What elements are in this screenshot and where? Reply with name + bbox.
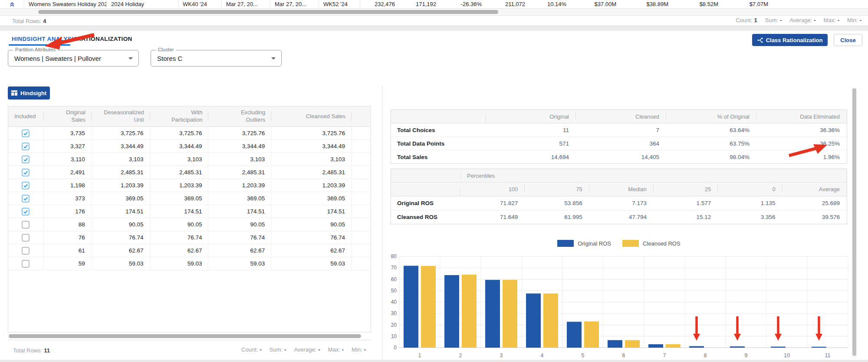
column-header: With Participation: [150, 106, 209, 126]
table-header-row: 10075Median250Average: [391, 183, 847, 196]
ros-bar-chart: 010203040506070801234567891011: [390, 251, 849, 361]
table-cell: 98.04%: [666, 154, 756, 160]
legend-item: Original ROS: [557, 240, 611, 247]
included-checkbox[interactable]: [22, 247, 30, 255]
hindsight-analysis-screen: Womens Sweaters Holiday 2024 2024 Holida…: [0, 0, 868, 362]
table-cell: 15.12: [654, 214, 718, 220]
stat-label: Average:: [789, 17, 812, 23]
y-axis-tick-label: 40: [391, 299, 397, 305]
row-metric-cell: -26.36%: [441, 0, 486, 8]
table-cell: 61.995: [525, 214, 589, 220]
included-checkbox[interactable]: [22, 221, 30, 229]
stat-label: Average:: [294, 346, 316, 353]
top-horizontal-scrollbar[interactable]: [0, 9, 868, 16]
aggregate-stat: Min:-: [847, 17, 861, 23]
column-header: % of Original: [666, 113, 756, 120]
row-metric-cell: 171,192: [399, 0, 441, 8]
table-cell: 62.67: [271, 244, 352, 257]
bar-original-ros: [526, 293, 541, 348]
column-header: Average: [783, 186, 847, 193]
scrollbar-thumb[interactable]: [38, 10, 498, 14]
hindsight-choices-table: IncludedOriginal SalesDeseasonalized Uni…: [8, 106, 371, 332]
row-metric-cell: $8.52M: [673, 0, 723, 8]
included-checkbox[interactable]: [22, 260, 30, 268]
table-cell: 2,485.31: [92, 166, 150, 179]
checkmark-icon: [23, 183, 28, 188]
cluster-select[interactable]: Cluster Stores C: [151, 50, 282, 66]
bar-original-ros: [730, 346, 745, 348]
table-row: 6162.6762.6762.6762.67: [8, 244, 371, 257]
column-header: Cleansed Sales: [271, 106, 352, 126]
stat-value: -: [284, 346, 286, 353]
column-header: Included: [8, 106, 44, 126]
x-axis-tick-label: 11: [825, 352, 831, 359]
close-button[interactable]: Close: [834, 34, 862, 46]
hindsight-button[interactable]: Hindsight: [8, 86, 50, 100]
y-axis-tick-label: 20: [391, 322, 397, 328]
column-header: Excluding Outliers: [208, 106, 271, 126]
row-season-cell: 2024 Holiday: [107, 0, 178, 8]
bar-cleansed-ros: [421, 266, 436, 348]
bar-cleansed-ros: [543, 293, 558, 348]
table-cell: 3,110: [44, 153, 92, 166]
table-cell: 36.36%: [756, 127, 847, 133]
table-cell: 7: [576, 127, 666, 133]
stat-label: Max:: [824, 17, 836, 23]
x-axis-tick-label: 5: [582, 352, 585, 359]
table-cell: 1,203.39: [208, 179, 271, 192]
cluster-value: Stores C: [151, 55, 271, 62]
included-checkbox[interactable]: [22, 156, 30, 163]
table-cell: 61: [44, 244, 92, 257]
table-body: Original ROS71.82753.8567.1731.5771.1352…: [391, 196, 847, 224]
column-header: 0: [718, 186, 782, 193]
partition-attributes-value: Womens | Sweaters | Pullover: [8, 55, 128, 62]
table-cell: [352, 244, 371, 257]
table-cell: 76: [44, 231, 92, 244]
table-cell: 76.74: [208, 231, 271, 244]
table-row: Total Choices11763.64%36.36%: [391, 123, 847, 137]
annotation-arrowhead: [815, 334, 822, 341]
column-header: 25: [654, 186, 718, 193]
aggregate-stat: Count:1: [736, 17, 757, 23]
scrollbar-thumb[interactable]: [9, 334, 361, 338]
included-checkbox[interactable]: [22, 208, 30, 216]
bar-original-ros: [444, 275, 459, 348]
stat-value: -: [342, 346, 344, 353]
table-cell: 3,327: [44, 140, 92, 153]
scrollbar-thumb[interactable]: [852, 88, 856, 356]
dropdown-caret-icon: [128, 57, 133, 60]
included-checkbox[interactable]: [22, 234, 30, 242]
table-cell: 3,725.76: [92, 127, 150, 139]
included-cell: [8, 179, 44, 192]
stat-label: Max:: [328, 346, 340, 353]
bar-cleansed-ros: [503, 280, 517, 348]
bar-original-ros: [608, 340, 622, 348]
included-checkbox[interactable]: [22, 169, 30, 176]
table-cell: 53.856: [525, 200, 589, 206]
class-rationalization-label: Class Rationalization: [766, 37, 823, 43]
right-vertical-scrollbar[interactable]: [852, 87, 857, 358]
included-checkbox[interactable]: [22, 182, 30, 189]
table-cell: 3,725.76: [271, 127, 352, 139]
left-horizontal-scrollbar[interactable]: [8, 333, 371, 339]
table-cell: 7.173: [589, 200, 654, 206]
collapse-row-button[interactable]: [0, 0, 24, 8]
table-cell: 59.03: [208, 257, 271, 270]
class-rationalization-button[interactable]: Class Rationalization: [752, 34, 828, 46]
table-cell: [352, 218, 371, 231]
column-header: Data Eliminated: [756, 113, 847, 120]
left-total-rows: Total Rows:11: [13, 346, 50, 354]
bar-original-ros: [689, 346, 704, 348]
bar-cleansed-ros: [584, 322, 599, 348]
partition-attributes-select[interactable]: Partition Attributes Womens | Sweaters |…: [8, 50, 139, 66]
table-cell: 14,694: [486, 154, 576, 160]
table-cell: 47.794: [589, 214, 654, 220]
hindsight-button-label: Hindsight: [20, 90, 46, 96]
included-checkbox[interactable]: [22, 195, 30, 203]
table-cell: 176: [44, 205, 92, 218]
included-checkbox[interactable]: [22, 130, 30, 137]
table-cell: 14,405: [576, 154, 666, 160]
included-checkbox[interactable]: [22, 143, 30, 150]
included-cell: [8, 218, 44, 231]
bar-cleansed-ros: [666, 344, 681, 348]
